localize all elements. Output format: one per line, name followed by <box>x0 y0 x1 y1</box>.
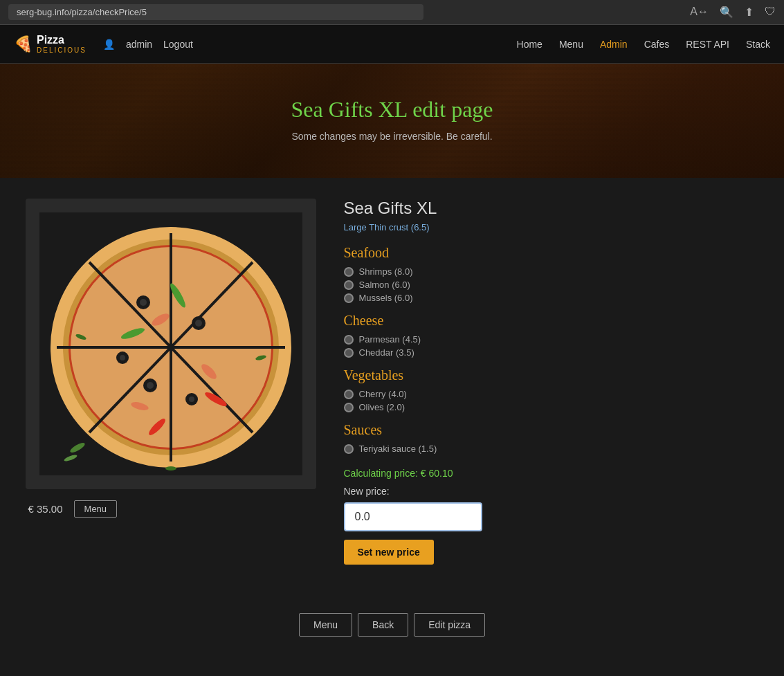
category-seafood: Seafood <box>344 245 759 261</box>
category-cheese: Cheese <box>344 313 759 329</box>
pizza-image <box>39 212 302 475</box>
bottom-edit-pizza-button[interactable]: Edit pizza <box>414 613 485 637</box>
main-content: € 35.00 Menu Sea Gifts XL Large Thin cru… <box>12 178 773 592</box>
svg-point-16 <box>189 396 194 402</box>
nav-cafes[interactable]: Cafes <box>644 39 670 50</box>
ingredient-salmon: Salmon (6.0) <box>344 280 759 290</box>
calculating-price: Calculating price: € 60.10 <box>344 468 759 479</box>
ingredient-mussels: Mussels (6.0) <box>344 293 759 303</box>
logout-link[interactable]: Logout <box>163 39 193 50</box>
logo-text: Pizza DELICIOUS <box>37 34 86 54</box>
ingredient-parmesan: Parmesan (4.5) <box>344 334 759 345</box>
dot-salmon <box>344 280 354 290</box>
nav-menu[interactable]: Menu <box>559 39 583 50</box>
svg-point-10 <box>140 299 147 306</box>
bottom-back-button[interactable]: Back <box>358 613 408 637</box>
dot-mussels <box>344 293 354 303</box>
nav-home[interactable]: Home <box>517 39 543 50</box>
dot-cherry <box>344 390 354 399</box>
translate-icon[interactable]: A↔ <box>690 6 709 19</box>
menu-button-image[interactable]: Menu <box>74 500 118 518</box>
pizza-logo-icon: 🍕 <box>14 35 33 53</box>
nav-user: 👤 admin Logout <box>103 39 193 50</box>
pizza-left: € 35.00 Menu <box>26 199 316 565</box>
logo-area: 🍕 Pizza DELICIOUS <box>14 34 86 54</box>
pizza-name: Sea Gifts XL <box>344 199 759 218</box>
ingredient-cheddar: Cheddar (3.5) <box>344 347 759 358</box>
user-icon: 👤 <box>103 39 115 50</box>
nav-admin[interactable]: Admin <box>600 39 628 50</box>
category-vegetables: Vegetables <box>344 367 759 383</box>
browser-icons: A↔ 🔍 ⬆ 🛡 <box>690 6 776 19</box>
pizza-image-container <box>26 199 316 489</box>
bottom-menu-button[interactable]: Menu <box>299 613 352 637</box>
ingredient-olives: Olives (2.0) <box>344 402 759 412</box>
ingredient-shrimps: Shrimps (8.0) <box>344 266 759 277</box>
logo-pizza: Pizza <box>37 34 86 46</box>
admin-link[interactable]: admin <box>126 39 152 50</box>
nav-links: Home Menu Admin Cafes REST API Stack <box>517 39 770 50</box>
browser-url[interactable]: serg-bug.info/pizza/checkPrice/5 <box>8 4 423 20</box>
navbar: 🍕 Pizza DELICIOUS 👤 admin Logout Home Me… <box>0 25 784 64</box>
svg-point-18 <box>120 355 125 360</box>
dot-cheddar <box>344 348 354 358</box>
pizza-price-row: € 35.00 Menu <box>26 500 316 518</box>
browser-bar: serg-bug.info/pizza/checkPrice/5 A↔ 🔍 ⬆ … <box>0 0 784 25</box>
hero-subtitle: Some changes may be irreversible. Be car… <box>14 131 770 142</box>
nav-rest-api[interactable]: REST API <box>686 39 729 50</box>
extension-icon[interactable]: 🛡 <box>765 6 776 19</box>
dot-parmesan <box>344 335 354 345</box>
pizza-price: € 35.00 <box>28 503 63 515</box>
search-icon[interactable]: 🔍 <box>720 6 733 19</box>
dot-teriyaki <box>344 444 354 454</box>
dot-olives <box>344 403 354 412</box>
category-sauces: Sauces <box>344 422 759 438</box>
pizza-details: Sea Gifts XL Large Thin crust (6.5) Seaf… <box>344 199 759 565</box>
nav-stack[interactable]: Stack <box>746 39 770 50</box>
svg-point-12 <box>195 320 202 327</box>
ingredient-teriyaki: Teriyaki sauce (1.5) <box>344 444 759 454</box>
dot-shrimps <box>344 267 354 277</box>
set-price-button[interactable]: Set new price <box>344 540 434 565</box>
svg-point-28 <box>165 466 176 471</box>
bottom-buttons: Menu Back Edit pizza <box>0 613 784 657</box>
pizza-description: Large Thin crust (6.5) <box>344 222 759 232</box>
hero-title: Sea Gifts XL edit page <box>14 97 770 122</box>
share-icon[interactable]: ⬆ <box>745 6 754 19</box>
hero-section: Sea Gifts XL edit page Some changes may … <box>0 64 784 178</box>
svg-point-14 <box>147 382 154 389</box>
new-price-label: New price: <box>344 486 759 497</box>
new-price-input[interactable] <box>344 502 482 531</box>
ingredient-cherry: Cherry (4.0) <box>344 389 759 399</box>
logo-delicious: DELICIOUS <box>37 46 86 54</box>
